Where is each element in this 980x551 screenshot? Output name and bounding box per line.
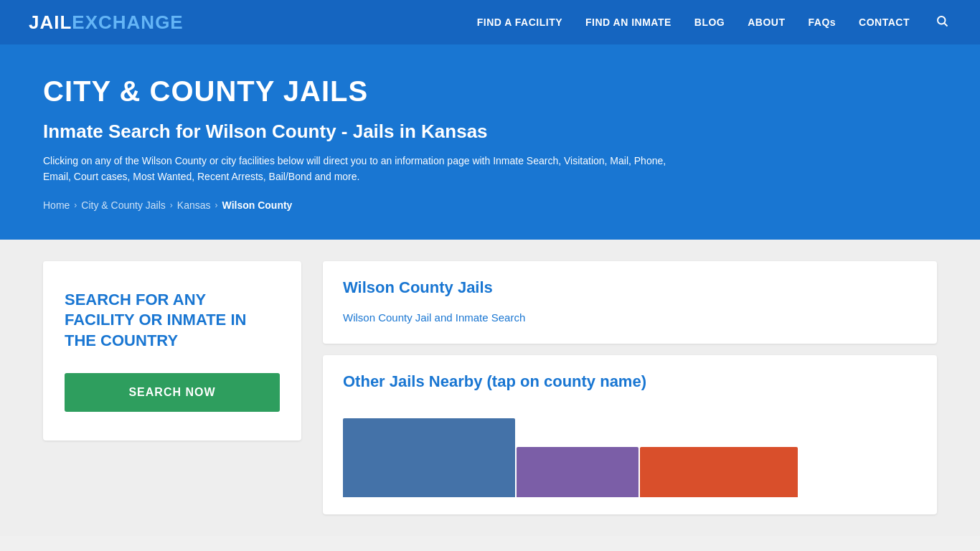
nearby-jails-title: Other Jails Nearby (tap on county name) — [343, 372, 917, 391]
nav-contact[interactable]: CONTACT — [859, 17, 910, 28]
site-logo[interactable]: JAILEXCHANGE — [29, 11, 184, 34]
breadcrumb: Home › City & County Jails › Kansas › Wi… — [43, 199, 937, 211]
search-panel: SEARCH FOR ANY FACILITY OR INMATE IN THE… — [43, 261, 301, 441]
main-content: SEARCH FOR ANY FACILITY OR INMATE IN THE… — [0, 240, 980, 536]
breadcrumb-separator-3: › — [215, 200, 218, 210]
search-icon — [936, 14, 948, 27]
nearby-chart — [343, 404, 917, 497]
search-now-button[interactable]: SEARCH NOW — [65, 373, 280, 412]
site-header: JAILEXCHANGE FIND A FACILITY FIND AN INM… — [0, 0, 980, 47]
page-title: CITY & COUNTY JAILS — [43, 75, 937, 108]
wilson-county-card-title: Wilson County Jails — [343, 278, 917, 297]
breadcrumb-separator-1: › — [74, 200, 77, 210]
page-subtitle: Inmate Search for Wilson County - Jails … — [43, 121, 937, 143]
facility-link[interactable]: Wilson County Jail and Inmate Search — [343, 309, 917, 326]
nav-blog[interactable]: BLOG — [694, 17, 725, 28]
breadcrumb-home[interactable]: Home — [43, 199, 70, 211]
right-panel: Wilson County Jails Wilson County Jail a… — [323, 261, 937, 514]
chart-bar-1 — [343, 418, 515, 497]
hero-section: CITY & COUNTY JAILS Inmate Search for Wi… — [0, 47, 980, 240]
chart-bar-2 — [517, 447, 639, 497]
breadcrumb-separator-2: › — [170, 200, 173, 210]
svg-point-0 — [938, 17, 946, 24]
nav-faqs[interactable]: FAQs — [809, 17, 837, 28]
search-panel-title: SEARCH FOR ANY FACILITY OR INMATE IN THE… — [65, 290, 280, 352]
logo-exchange: EXCHANGE — [72, 11, 183, 34]
chart-bar-3 — [640, 447, 798, 497]
main-nav: FIND A FACILITY FIND AN INMATE BLOG ABOU… — [477, 11, 951, 34]
nav-about[interactable]: ABOUT — [748, 17, 785, 28]
nav-find-facility[interactable]: FIND A FACILITY — [477, 17, 562, 28]
hero-description: Clicking on any of the Wilson County or … — [43, 153, 689, 185]
wilson-county-card: Wilson County Jails Wilson County Jail a… — [323, 261, 937, 344]
logo-jail: JAIL — [29, 11, 72, 34]
svg-line-1 — [944, 23, 947, 26]
nav-find-inmate[interactable]: FIND AN INMATE — [585, 17, 672, 28]
breadcrumb-kansas[interactable]: Kansas — [177, 199, 211, 211]
breadcrumb-current: Wilson County — [222, 199, 293, 211]
search-icon-button[interactable] — [933, 11, 951, 34]
breadcrumb-city-county[interactable]: City & County Jails — [81, 199, 165, 211]
nearby-jails-card: Other Jails Nearby (tap on county name) — [323, 355, 937, 514]
